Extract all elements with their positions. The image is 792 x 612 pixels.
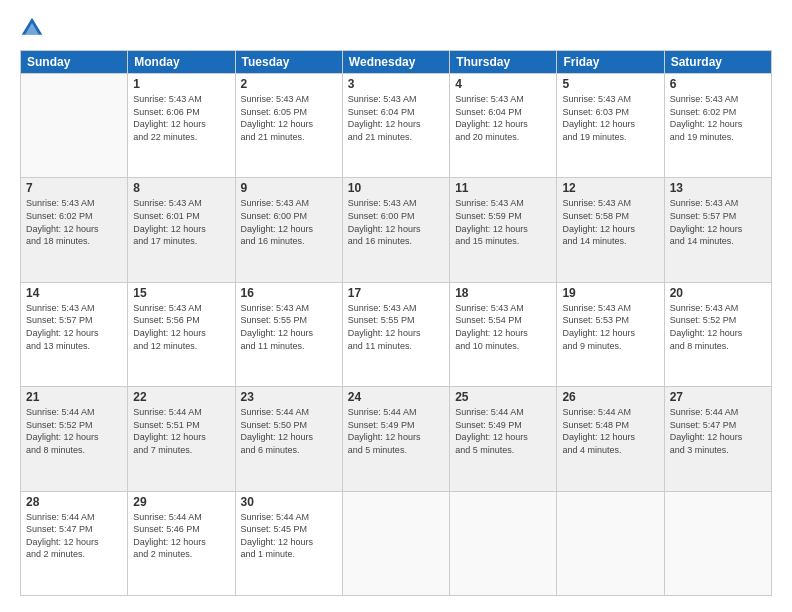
day-header-monday: Monday [128, 51, 235, 74]
day-number: 22 [133, 390, 229, 404]
day-number: 27 [670, 390, 766, 404]
day-info: Sunrise: 5:44 AM Sunset: 5:50 PM Dayligh… [241, 406, 337, 456]
day-number: 13 [670, 181, 766, 195]
day-number: 9 [241, 181, 337, 195]
day-number: 23 [241, 390, 337, 404]
day-info: Sunrise: 5:43 AM Sunset: 5:54 PM Dayligh… [455, 302, 551, 352]
day-number: 3 [348, 77, 444, 91]
calendar-cell: 11Sunrise: 5:43 AM Sunset: 5:59 PM Dayli… [450, 178, 557, 282]
day-info: Sunrise: 5:43 AM Sunset: 5:56 PM Dayligh… [133, 302, 229, 352]
day-header-thursday: Thursday [450, 51, 557, 74]
day-info: Sunrise: 5:43 AM Sunset: 6:04 PM Dayligh… [348, 93, 444, 143]
week-row-5: 28Sunrise: 5:44 AM Sunset: 5:47 PM Dayli… [21, 491, 772, 595]
day-info: Sunrise: 5:44 AM Sunset: 5:48 PM Dayligh… [562, 406, 658, 456]
calendar-cell: 16Sunrise: 5:43 AM Sunset: 5:55 PM Dayli… [235, 282, 342, 386]
day-number: 14 [26, 286, 122, 300]
day-header-wednesday: Wednesday [342, 51, 449, 74]
day-info: Sunrise: 5:43 AM Sunset: 5:53 PM Dayligh… [562, 302, 658, 352]
day-number: 16 [241, 286, 337, 300]
day-number: 7 [26, 181, 122, 195]
calendar-cell: 25Sunrise: 5:44 AM Sunset: 5:49 PM Dayli… [450, 387, 557, 491]
calendar-cell: 26Sunrise: 5:44 AM Sunset: 5:48 PM Dayli… [557, 387, 664, 491]
calendar-cell [557, 491, 664, 595]
calendar-cell: 30Sunrise: 5:44 AM Sunset: 5:45 PM Dayli… [235, 491, 342, 595]
calendar-cell [450, 491, 557, 595]
calendar-cell: 1Sunrise: 5:43 AM Sunset: 6:06 PM Daylig… [128, 74, 235, 178]
day-number: 8 [133, 181, 229, 195]
day-number: 4 [455, 77, 551, 91]
header [20, 16, 772, 40]
calendar-cell [21, 74, 128, 178]
calendar-cell: 24Sunrise: 5:44 AM Sunset: 5:49 PM Dayli… [342, 387, 449, 491]
calendar-cell: 5Sunrise: 5:43 AM Sunset: 6:03 PM Daylig… [557, 74, 664, 178]
day-number: 6 [670, 77, 766, 91]
calendar-cell: 21Sunrise: 5:44 AM Sunset: 5:52 PM Dayli… [21, 387, 128, 491]
week-row-2: 7Sunrise: 5:43 AM Sunset: 6:02 PM Daylig… [21, 178, 772, 282]
day-number: 5 [562, 77, 658, 91]
day-header-friday: Friday [557, 51, 664, 74]
day-info: Sunrise: 5:44 AM Sunset: 5:52 PM Dayligh… [26, 406, 122, 456]
day-info: Sunrise: 5:44 AM Sunset: 5:47 PM Dayligh… [670, 406, 766, 456]
day-header-sunday: Sunday [21, 51, 128, 74]
day-number: 18 [455, 286, 551, 300]
logo [20, 16, 48, 40]
calendar-cell [664, 491, 771, 595]
day-number: 28 [26, 495, 122, 509]
day-header-saturday: Saturday [664, 51, 771, 74]
week-row-1: 1Sunrise: 5:43 AM Sunset: 6:06 PM Daylig… [21, 74, 772, 178]
calendar-cell: 27Sunrise: 5:44 AM Sunset: 5:47 PM Dayli… [664, 387, 771, 491]
day-info: Sunrise: 5:43 AM Sunset: 6:00 PM Dayligh… [241, 197, 337, 247]
day-number: 29 [133, 495, 229, 509]
calendar-cell: 7Sunrise: 5:43 AM Sunset: 6:02 PM Daylig… [21, 178, 128, 282]
day-info: Sunrise: 5:43 AM Sunset: 5:55 PM Dayligh… [348, 302, 444, 352]
day-number: 17 [348, 286, 444, 300]
day-number: 25 [455, 390, 551, 404]
calendar-cell: 2Sunrise: 5:43 AM Sunset: 6:05 PM Daylig… [235, 74, 342, 178]
calendar-cell: 18Sunrise: 5:43 AM Sunset: 5:54 PM Dayli… [450, 282, 557, 386]
day-info: Sunrise: 5:44 AM Sunset: 5:46 PM Dayligh… [133, 511, 229, 561]
day-info: Sunrise: 5:43 AM Sunset: 6:03 PM Dayligh… [562, 93, 658, 143]
calendar-cell: 23Sunrise: 5:44 AM Sunset: 5:50 PM Dayli… [235, 387, 342, 491]
day-number: 1 [133, 77, 229, 91]
day-number: 26 [562, 390, 658, 404]
calendar-cell: 17Sunrise: 5:43 AM Sunset: 5:55 PM Dayli… [342, 282, 449, 386]
day-info: Sunrise: 5:43 AM Sunset: 5:57 PM Dayligh… [26, 302, 122, 352]
calendar-cell: 15Sunrise: 5:43 AM Sunset: 5:56 PM Dayli… [128, 282, 235, 386]
calendar-cell: 9Sunrise: 5:43 AM Sunset: 6:00 PM Daylig… [235, 178, 342, 282]
day-number: 10 [348, 181, 444, 195]
logo-icon [20, 16, 44, 40]
day-info: Sunrise: 5:43 AM Sunset: 6:04 PM Dayligh… [455, 93, 551, 143]
calendar-cell: 12Sunrise: 5:43 AM Sunset: 5:58 PM Dayli… [557, 178, 664, 282]
calendar-cell [342, 491, 449, 595]
day-info: Sunrise: 5:43 AM Sunset: 5:57 PM Dayligh… [670, 197, 766, 247]
day-number: 21 [26, 390, 122, 404]
day-info: Sunrise: 5:43 AM Sunset: 6:02 PM Dayligh… [670, 93, 766, 143]
day-info: Sunrise: 5:43 AM Sunset: 5:58 PM Dayligh… [562, 197, 658, 247]
calendar-cell: 3Sunrise: 5:43 AM Sunset: 6:04 PM Daylig… [342, 74, 449, 178]
calendar-cell: 20Sunrise: 5:43 AM Sunset: 5:52 PM Dayli… [664, 282, 771, 386]
day-header-tuesday: Tuesday [235, 51, 342, 74]
day-info: Sunrise: 5:43 AM Sunset: 6:01 PM Dayligh… [133, 197, 229, 247]
day-number: 24 [348, 390, 444, 404]
day-number: 2 [241, 77, 337, 91]
day-info: Sunrise: 5:43 AM Sunset: 6:02 PM Dayligh… [26, 197, 122, 247]
day-info: Sunrise: 5:43 AM Sunset: 6:00 PM Dayligh… [348, 197, 444, 247]
header-row: SundayMondayTuesdayWednesdayThursdayFrid… [21, 51, 772, 74]
day-info: Sunrise: 5:44 AM Sunset: 5:45 PM Dayligh… [241, 511, 337, 561]
day-info: Sunrise: 5:44 AM Sunset: 5:51 PM Dayligh… [133, 406, 229, 456]
calendar-cell: 19Sunrise: 5:43 AM Sunset: 5:53 PM Dayli… [557, 282, 664, 386]
day-number: 19 [562, 286, 658, 300]
calendar-cell: 29Sunrise: 5:44 AM Sunset: 5:46 PM Dayli… [128, 491, 235, 595]
week-row-3: 14Sunrise: 5:43 AM Sunset: 5:57 PM Dayli… [21, 282, 772, 386]
calendar-cell: 6Sunrise: 5:43 AM Sunset: 6:02 PM Daylig… [664, 74, 771, 178]
day-info: Sunrise: 5:43 AM Sunset: 5:59 PM Dayligh… [455, 197, 551, 247]
day-info: Sunrise: 5:44 AM Sunset: 5:49 PM Dayligh… [455, 406, 551, 456]
calendar-cell: 22Sunrise: 5:44 AM Sunset: 5:51 PM Dayli… [128, 387, 235, 491]
day-number: 20 [670, 286, 766, 300]
day-info: Sunrise: 5:43 AM Sunset: 5:55 PM Dayligh… [241, 302, 337, 352]
day-number: 12 [562, 181, 658, 195]
week-row-4: 21Sunrise: 5:44 AM Sunset: 5:52 PM Dayli… [21, 387, 772, 491]
calendar-table: SundayMondayTuesdayWednesdayThursdayFrid… [20, 50, 772, 596]
day-info: Sunrise: 5:44 AM Sunset: 5:49 PM Dayligh… [348, 406, 444, 456]
day-number: 30 [241, 495, 337, 509]
